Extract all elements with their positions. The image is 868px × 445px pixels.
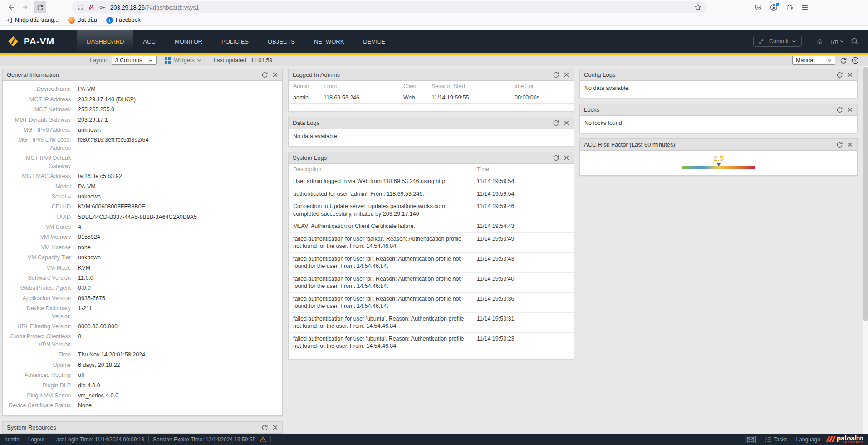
tab-policies[interactable]: POLICIES bbox=[212, 30, 258, 53]
widget-close-icon[interactable] bbox=[847, 142, 853, 148]
page-top-gap bbox=[0, 26, 868, 30]
log-time: 11/14 19:59:54 bbox=[477, 190, 569, 198]
widget-title: General Information bbox=[7, 71, 59, 78]
tasks-button[interactable]: Tasks bbox=[765, 436, 788, 443]
tab-device[interactable]: DEVICE bbox=[353, 30, 394, 53]
help-button[interactable]: ? bbox=[852, 57, 859, 64]
dashboard-content: General Information Device Name PA-VM MG… bbox=[0, 66, 868, 434]
info-label: Application Version bbox=[7, 295, 71, 303]
log-description: failed authentication for user 'ubuntu'.… bbox=[293, 335, 477, 350]
widget-refresh-icon[interactable] bbox=[261, 424, 268, 431]
tab-dashboard[interactable]: DASHBOARD bbox=[77, 30, 133, 53]
info-label: Plugin VM-Series bbox=[7, 392, 71, 400]
log-description: failed authentication for user 'pi'. Rea… bbox=[293, 255, 477, 270]
page-scrollbar[interactable] bbox=[863, 66, 868, 434]
widget-header[interactable]: Locks bbox=[580, 104, 857, 116]
widget-header[interactable]: Config Logs bbox=[580, 69, 857, 81]
info-label: MGT Default Gateway bbox=[7, 116, 71, 124]
language-button[interactable]: Language bbox=[796, 436, 820, 443]
widget-logged-in-admins: Logged In Admins Admin From Client Sessi… bbox=[288, 69, 574, 111]
widget-header[interactable]: Logged In Admins bbox=[289, 69, 574, 81]
menu-button[interactable] bbox=[801, 4, 809, 11]
search-icon bbox=[851, 37, 859, 45]
widget-close-icon[interactable] bbox=[847, 72, 853, 78]
back-button[interactable] bbox=[5, 1, 17, 13]
url-text: 203.29.18.26/?#dashboard::vsys1 bbox=[110, 4, 199, 11]
url-bar[interactable]: 203.29.18.26/?#dashboard::vsys1 bbox=[72, 1, 707, 13]
widget-title: Logged In Admins bbox=[293, 71, 340, 78]
footer-username: admin bbox=[5, 436, 20, 443]
search-button[interactable] bbox=[851, 37, 859, 45]
widget-close-icon[interactable] bbox=[564, 120, 569, 126]
widget-header[interactable]: System Logs bbox=[289, 152, 574, 164]
commit-button[interactable]: Commit bbox=[753, 36, 802, 47]
log-description: Connection to Update server: updates.pal… bbox=[293, 203, 477, 218]
widget-refresh-icon[interactable] bbox=[836, 141, 843, 148]
lock-disabled-icon bbox=[88, 4, 95, 11]
refresh-mode-value: Manual bbox=[796, 57, 814, 64]
widget-refresh-icon[interactable] bbox=[836, 71, 843, 78]
bookmark-import[interactable]: Nhập dấu trang... bbox=[5, 17, 59, 24]
widget-refresh-icon[interactable] bbox=[553, 71, 559, 78]
widget-refresh-icon[interactable] bbox=[553, 119, 559, 126]
log-time: 11/14 19:59:46 bbox=[477, 203, 569, 218]
info-value: unknown bbox=[78, 193, 101, 201]
refresh-dashboard-button[interactable] bbox=[840, 57, 847, 64]
reload-button[interactable] bbox=[34, 1, 46, 13]
config-lock-button[interactable] bbox=[816, 38, 824, 45]
widget-close-icon[interactable] bbox=[272, 425, 278, 430]
tab-monitor[interactable]: MONITOR bbox=[165, 30, 212, 53]
widget-close-icon[interactable] bbox=[564, 155, 569, 161]
widget-header[interactable]: System Resources bbox=[3, 422, 282, 434]
bookmark-start[interactable]: Bắt đầu bbox=[68, 17, 97, 24]
widgets-menu[interactable]: Widgets bbox=[165, 57, 201, 64]
bookmark-star-button[interactable] bbox=[694, 4, 701, 11]
last-login-time: Last Login Time: 11/14/2024 00:09:18 bbox=[53, 436, 144, 443]
chevron-down-icon bbox=[148, 59, 153, 62]
widget-header[interactable]: ACC Risk Factor (Last 60 minutes) bbox=[580, 139, 857, 151]
tab-network[interactable]: NETWORK bbox=[304, 30, 353, 53]
pocket-button[interactable] bbox=[755, 4, 762, 11]
warning-icon[interactable] bbox=[260, 436, 266, 443]
notifications-button[interactable] bbox=[745, 436, 756, 443]
logout-link[interactable]: Logout bbox=[28, 436, 45, 443]
chevron-down-icon bbox=[792, 40, 796, 43]
widget-close-icon[interactable] bbox=[564, 72, 569, 78]
widget-system-resources: System Resources Management CPU 3% Data bbox=[2, 421, 283, 434]
info-row: MGT Default Gateway 203.29.17.1 bbox=[7, 115, 278, 125]
info-value: 203.29.17.140 (DHCP) bbox=[78, 96, 136, 104]
layout-select[interactable]: 3 Columns bbox=[112, 56, 157, 65]
info-value: fe80::f816:3eff:fec5:b392/64 bbox=[78, 136, 148, 152]
facebook-icon: f bbox=[106, 17, 113, 24]
log-time: 11/14 19:53:43 bbox=[477, 255, 569, 270]
commit-label: Commit bbox=[769, 38, 789, 44]
config-logs-empty-text: No data available. bbox=[580, 81, 857, 98]
info-label: CPU ID bbox=[7, 203, 71, 211]
extensions-button[interactable] bbox=[785, 4, 793, 11]
help-icon: ? bbox=[852, 57, 859, 64]
bookmark-facebook[interactable]: f Facebook bbox=[106, 17, 141, 24]
widget-refresh-icon[interactable] bbox=[261, 71, 268, 78]
tab-objects[interactable]: OBJECTS bbox=[258, 30, 304, 53]
chevron-down-icon bbox=[197, 59, 201, 62]
info-label: URL Filtering Version bbox=[7, 323, 71, 331]
widget-header[interactable]: General Information bbox=[3, 69, 282, 81]
info-label: VM Capacity Tier bbox=[7, 254, 71, 262]
info-row: Serial # unknown bbox=[7, 192, 278, 202]
widget-header[interactable]: Data Logs bbox=[289, 117, 574, 129]
widget-close-icon[interactable] bbox=[272, 72, 278, 78]
widget-close-icon[interactable] bbox=[847, 107, 853, 113]
log-time: 11/14 19:53:49 bbox=[477, 235, 569, 250]
forward-button[interactable] bbox=[19, 1, 32, 13]
scrollbar-thumb[interactable] bbox=[863, 67, 868, 321]
tab-acc[interactable]: ACC bbox=[133, 30, 165, 53]
config-save-button[interactable] bbox=[830, 38, 844, 45]
info-value: 8635-7675 bbox=[78, 295, 105, 303]
account-button[interactable] bbox=[770, 4, 778, 11]
widget-refresh-icon[interactable] bbox=[553, 154, 559, 161]
widget-refresh-icon[interactable] bbox=[836, 106, 843, 113]
log-description: User admin logged in via Web from 118.69… bbox=[293, 178, 477, 185]
refresh-mode-select[interactable]: Manual bbox=[792, 56, 835, 65]
widget-acc-risk-factor: ACC Risk Factor (Last 60 minutes) 2.5 bbox=[579, 138, 858, 176]
tasks-icon bbox=[765, 436, 771, 443]
